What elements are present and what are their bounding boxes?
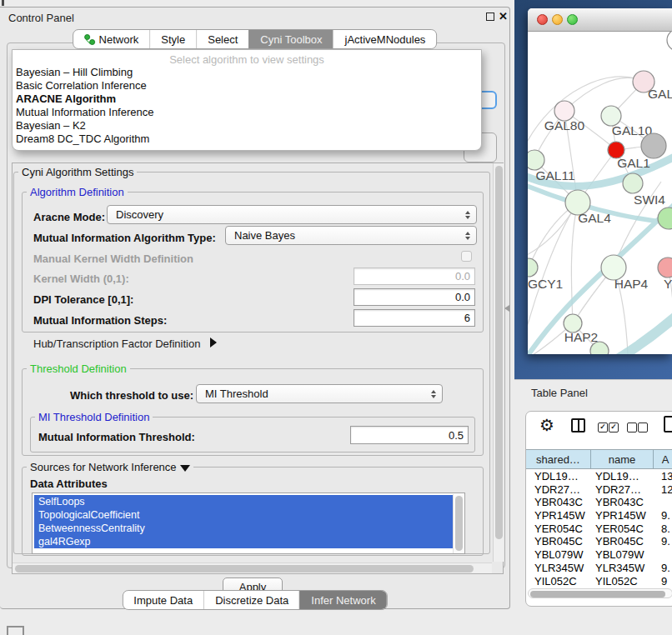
mi-type-select[interactable]: Naive Bayes	[225, 226, 477, 245]
mi-threshold-input[interactable]: 0.5	[350, 426, 469, 444]
kernel-width-input[interactable]: 0.0	[354, 268, 475, 285]
table-horizontal-scrollbar[interactable]	[528, 588, 672, 598]
bottom-left-partial-icon[interactable]	[7, 626, 24, 635]
hub-definition-toggle[interactable]: Hub/Transcription Factor Definition	[33, 338, 217, 350]
table-column-header[interactable]: name	[591, 450, 654, 468]
manual-kernel-checkbox[interactable]	[461, 251, 472, 262]
unchecked-checkbox-icon[interactable]	[638, 422, 648, 432]
algorithm-option-bayesian-hill-climbing[interactable]: Bayesian – Hill Climbing	[13, 66, 481, 79]
threshold-definition-legend: Threshold Definition	[27, 362, 130, 375]
tab-style[interactable]: Style	[149, 30, 196, 48]
network-node[interactable]	[658, 208, 672, 229]
scrollbar-thumb[interactable]	[455, 496, 463, 551]
attribute-item-gal4rgexp[interactable]: gal4RGexp	[34, 535, 453, 548]
zoom-traffic-light-icon[interactable]	[567, 14, 578, 25]
network-node-gcy1[interactable]	[528, 258, 538, 277]
table-row[interactable]: YER054CYER054C8.	[526, 522, 672, 536]
stepper-icon	[425, 390, 442, 398]
tab-select[interactable]: Select	[196, 30, 248, 48]
table-header: shared…nameA	[526, 449, 672, 469]
table-panel-title: Table Panel	[531, 387, 588, 399]
network-node[interactable]	[641, 133, 666, 158]
tab-network[interactable]: Network	[73, 30, 150, 48]
network-icon	[84, 34, 95, 45]
scrollbar-thumb[interactable]	[530, 591, 665, 598]
dpi-tolerance-label: DPI Tolerance [0,1]:	[33, 293, 133, 306]
tab-label: Infer Network	[311, 594, 375, 607]
kernel-width-label: Kernel Width (0,1):	[33, 272, 129, 285]
which-threshold-value: MI Threshold	[205, 388, 268, 400]
vertical-scrollbar[interactable]	[493, 163, 504, 562]
algorithm-option-mutual-information-inference[interactable]: Mutual Information Inference	[13, 106, 481, 119]
chevron-right-icon	[210, 338, 217, 348]
table-cell: YBR043C	[526, 496, 594, 509]
unchecked-checkbox-icon[interactable]	[627, 422, 637, 432]
float-window-icon[interactable]	[486, 12, 494, 21]
network-node-swi4[interactable]	[623, 173, 643, 193]
attributes-list-scrollbar[interactable]	[453, 494, 464, 553]
table-cell: 12	[659, 483, 672, 497]
table-row[interactable]: YBR043CYBR043C	[526, 496, 672, 509]
algorithm-option-basic-correlation-inference[interactable]: Basic Correlation Inference	[13, 79, 481, 92]
network-canvas[interactable]: GALGAL80GAL10GAL1GAL11SWI4GAL4GCY1HAP4YH…	[528, 32, 672, 354]
window-titlebar[interactable]	[528, 8, 672, 32]
table-column-header[interactable]: A	[654, 450, 672, 468]
table-row[interactable]: YBL079WYBL079W	[526, 548, 672, 562]
table-body: YDL19…YDL19…13YDR27…YDR27…12YBR043CYBR04…	[526, 470, 672, 587]
network-edge-thick	[599, 313, 672, 354]
horizontal-scrollbar[interactable]	[13, 562, 492, 573]
table-row[interactable]: YLR345WYLR345W9.	[526, 562, 672, 575]
table-row[interactable]: YDR27…YDR27…12	[526, 483, 672, 497]
table-row[interactable]: YBR045CYBR045C9.	[526, 535, 672, 548]
mi-threshold-label: Mutual Information Threshold:	[38, 431, 195, 443]
close-icon[interactable]: ✕	[499, 10, 508, 22]
bottom-tab-infer-network[interactable]: Infer Network	[299, 591, 386, 609]
table-row[interactable]: YIL052CYIL052C9	[526, 575, 672, 588]
algorithm-option-aracne-algorithm[interactable]: ARACNE Algorithm	[13, 92, 481, 106]
stepper-icon	[459, 232, 476, 240]
panel-collapse-arrow[interactable]	[504, 305, 509, 312]
scrollbar-thumb[interactable]	[15, 565, 474, 572]
dpi-tolerance-input[interactable]: 0.0	[354, 288, 475, 306]
network-node-label: GAL80	[544, 118, 585, 132]
attribute-item-betweennesscentrality[interactable]: BetweennessCentrality	[34, 522, 453, 535]
sources-legend[interactable]: Sources for Network Inference	[27, 461, 193, 473]
attributes-list[interactable]: SelfLoopsTopologicalCoefficientBetweenne…	[32, 492, 465, 554]
which-threshold-select[interactable]: MI Threshold	[196, 384, 443, 403]
network-node[interactable]	[667, 32, 672, 51]
minimize-traffic-light-icon[interactable]	[552, 14, 563, 25]
close-traffic-light-icon[interactable]	[537, 14, 548, 25]
table-cell: 9.	[659, 562, 672, 575]
mi-steps-label: Mutual Information Steps:	[33, 314, 167, 327]
table-cell: 9	[659, 575, 672, 588]
attribute-item-selfloops[interactable]: SelfLoops	[34, 495, 453, 508]
network-node-label: HAP2	[564, 330, 599, 344]
table-cell: YDL19…	[594, 470, 659, 483]
aracne-mode-label: Aracne Mode:	[33, 211, 105, 223]
algorithm-option-dream8-dc-tdc-algorithm[interactable]: Dream8 DC_TDC Algorithm	[13, 132, 481, 146]
network-node-gal11[interactable]	[528, 150, 544, 170]
network-node-y[interactable]	[658, 258, 672, 278]
tab-label: Network	[99, 33, 139, 46]
bottom-tab-impute-data[interactable]: Impute Data	[123, 591, 203, 609]
table-column-header[interactable]: shared…	[526, 450, 591, 468]
table-row[interactable]: YPR145WYPR145W9.	[526, 509, 672, 522]
attribute-item-topologicalcoefficient[interactable]: TopologicalCoefficient	[34, 508, 453, 522]
tab-jactivemnodules[interactable]: jActiveMNodules	[333, 30, 437, 48]
checked-checkbox-icon[interactable]: ✓	[609, 422, 619, 432]
algorithm-option-bayesian-k2[interactable]: Bayesian – K2	[13, 119, 481, 132]
table-cell: YBR045C	[594, 535, 659, 548]
table-row[interactable]: YDL19…YDL19…13	[526, 470, 672, 483]
tab-cyni-toolbox[interactable]: Cyni Toolbox	[248, 30, 333, 48]
mi-steps-input[interactable]: 6	[354, 309, 475, 327]
control-panel-window: Control Panel ✕ NetworkStyleSelectCyni T…	[0, 7, 510, 609]
aracne-mode-select[interactable]: Discovery	[107, 205, 477, 224]
network-window[interactable]: GALGAL80GAL10GAL1GAL11SWI4GAL4GCY1HAP4YH…	[528, 8, 672, 354]
gear-icon[interactable]: ⚙	[539, 415, 554, 435]
data-attributes-label: Data Attributes	[30, 478, 108, 490]
document-icon[interactable]	[664, 416, 672, 432]
scrollbar-thumb[interactable]	[495, 166, 503, 539]
columns-icon[interactable]	[571, 418, 585, 432]
bottom-tab-discretize-data[interactable]: Discretize Data	[203, 591, 299, 609]
checked-checkbox-icon[interactable]: ✓	[598, 422, 608, 432]
